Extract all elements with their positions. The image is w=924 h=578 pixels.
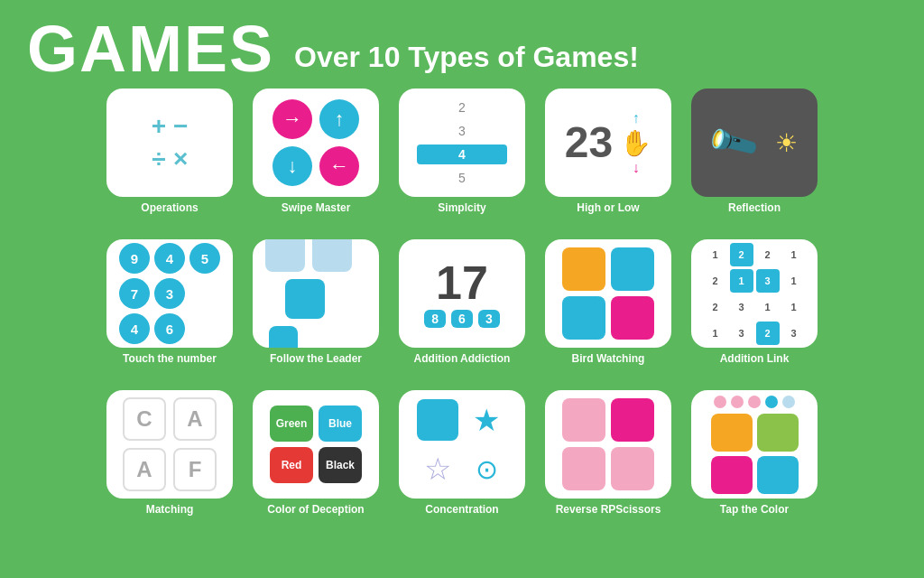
- arrow-right: →: [273, 99, 312, 139]
- star-outline-icon: ☆: [424, 451, 451, 487]
- game-touch-number[interactable]: 9 4 5 7 3 4 6 Touch the number: [102, 239, 237, 379]
- header: GAMES Over 10 Types of Games!: [0, 0, 924, 89]
- game-tap-color[interactable]: Tap the Color: [687, 390, 822, 530]
- game-operations[interactable]: + − ÷ × Operations: [102, 89, 237, 228]
- game-color-deception[interactable]: Green Blue Red Black Color of Deception: [248, 390, 383, 530]
- game-reverse-rps[interactable]: Reverse RPScissors: [541, 390, 676, 530]
- game-simplicity[interactable]: 2 3 4 5 Simplcity: [394, 89, 530, 228]
- arrow-left: ←: [319, 146, 359, 186]
- star-filled-icon: ★: [473, 402, 500, 438]
- title-games: GAMES: [27, 16, 274, 81]
- game-swipe-master[interactable]: → ↑ ↓ ← Swipe Master: [248, 89, 383, 228]
- circle-icon: ⊙: [476, 453, 498, 485]
- sun-icon: ☀: [775, 128, 798, 158]
- game-addition-addiction[interactable]: 17 8 6 3 Addition Addiction: [394, 239, 530, 379]
- game-addition-link[interactable]: 1 2 2 1 2 1 3 1 2 3 1 1 1 3 2 3 Addition…: [687, 239, 822, 379]
- game-reflection[interactable]: 🔦 ☀ Reflection: [687, 89, 822, 228]
- game-follow-leader[interactable]: Follow the Leader: [248, 239, 383, 379]
- flashlight-icon: 🔦: [704, 115, 761, 171]
- game-high-or-low[interactable]: 23 ↑ ✋ ↓ High or Low: [541, 89, 676, 228]
- arrow-down: ↓: [273, 146, 312, 186]
- game-concentration[interactable]: ★ ☆ ⊙ Concentration: [394, 390, 530, 530]
- game-bird-watching[interactable]: Bird Watching: [541, 239, 676, 379]
- plus-icon: +: [152, 114, 166, 139]
- divide-icon: ÷: [152, 146, 166, 172]
- games-grid: + − ÷ × Operations → ↑ ↓ ← Swipe Master …: [0, 89, 924, 530]
- teal-square: [417, 399, 458, 441]
- multiply-icon: ×: [173, 146, 188, 172]
- game-matching[interactable]: C A A F Matching: [102, 390, 237, 530]
- minus-icon: −: [173, 114, 188, 139]
- subtitle: Over 10 Types of Games!: [294, 26, 639, 71]
- arrow-up: ↑: [319, 99, 359, 139]
